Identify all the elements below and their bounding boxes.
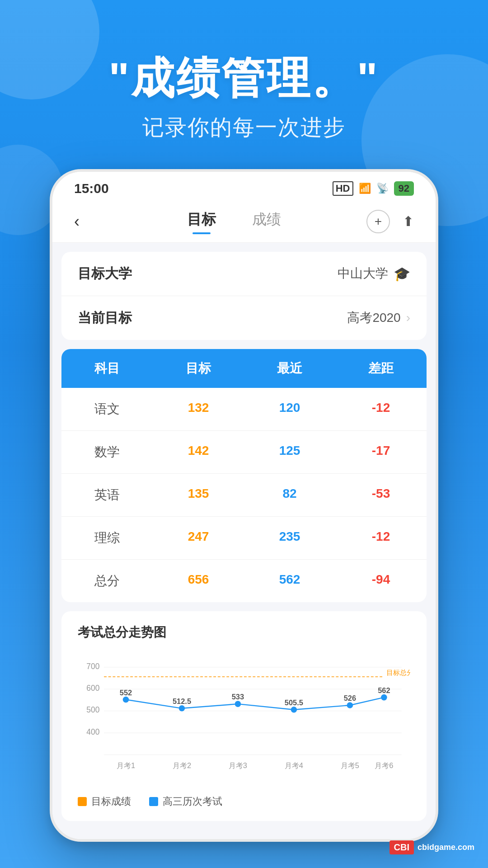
- wifi-icon: 📡: [376, 183, 389, 194]
- phone-mockup: 15:00 HD 📶 📡 92 ‹ 目标 成绩 + ⬆: [50, 169, 438, 842]
- table-row: 语文 132 120 -12: [61, 388, 427, 431]
- status-time: 15:00: [74, 181, 109, 196]
- chart-container: 700 600 500 400 目标总分(656): [78, 652, 410, 788]
- svg-point-15: [347, 702, 353, 708]
- goal-label: 当前目标: [78, 309, 132, 327]
- hero-title: "成绩管理。": [0, 54, 488, 102]
- legend-dot-actual: [149, 797, 158, 806]
- goal-value: 高考2020 ›: [347, 309, 410, 326]
- hero-section: "成绩管理。" 记录你的每一次进步: [0, 0, 488, 169]
- legend-target: 目标成绩: [78, 795, 131, 808]
- cell-target-3: 247: [153, 529, 244, 547]
- status-icons: HD 📶 📡 92: [333, 181, 414, 196]
- svg-text:512.5: 512.5: [173, 697, 191, 705]
- svg-text:500: 500: [86, 705, 99, 714]
- svg-text:552: 552: [120, 688, 132, 696]
- tab-target[interactable]: 目标: [187, 210, 216, 233]
- university-label: 目标大学: [78, 264, 132, 283]
- svg-text:505.5: 505.5: [285, 698, 303, 707]
- score-table: 科目 目标 最近 差距 语文 132 120 -12 数学 142 125 -1…: [61, 349, 427, 602]
- nav-tabs: 目标 成绩: [101, 210, 366, 233]
- battery-indicator: 92: [394, 181, 414, 196]
- chart-svg: 700 600 500 400 目标总分(656): [78, 652, 410, 788]
- cell-diff-0: -12: [335, 401, 427, 418]
- status-bar: 15:00 HD 📶 📡 92: [52, 172, 436, 201]
- phone-container: 15:00 HD 📶 📡 92 ‹ 目标 成绩 + ⬆: [0, 169, 488, 842]
- nav-actions: + ⬆: [366, 210, 414, 233]
- cell-recent-3: 235: [244, 529, 335, 547]
- svg-text:600: 600: [86, 684, 99, 693]
- svg-point-13: [235, 701, 241, 707]
- cell-target-0: 132: [153, 401, 244, 418]
- cell-subject-2: 英语: [61, 486, 153, 504]
- add-button[interactable]: +: [366, 210, 390, 233]
- background-wrapper: "成绩管理。" 记录你的每一次进步 15:00 HD 📶 📡 92 ‹ 目标: [0, 0, 488, 868]
- content-area: 目标大学 中山大学 🎓 当前目标 高考2020 ›: [52, 243, 436, 839]
- svg-text:月考6: 月考6: [375, 761, 393, 769]
- svg-text:目标总分(656): 目标总分(656): [386, 669, 410, 676]
- svg-text:月考2: 月考2: [173, 761, 191, 769]
- hd-badge: HD: [333, 181, 353, 196]
- svg-text:533: 533: [232, 693, 244, 701]
- info-row-university: 目标大学 中山大学 🎓: [61, 252, 427, 296]
- col-header-subject: 科目: [61, 360, 153, 377]
- cell-target-2: 135: [153, 486, 244, 504]
- cell-recent-1: 125: [244, 443, 335, 461]
- cell-subject-4: 总分: [61, 572, 153, 590]
- share-button[interactable]: ⬆: [403, 213, 414, 229]
- goal-name: 高考2020: [347, 309, 400, 326]
- table-row: 英语 135 82 -53: [61, 474, 427, 517]
- svg-point-11: [123, 696, 129, 703]
- col-header-target: 目标: [153, 360, 244, 377]
- university-value: 中山大学 🎓: [338, 265, 410, 282]
- table-header: 科目 目标 最近 差距: [61, 349, 427, 388]
- cell-subject-1: 数学: [61, 443, 153, 461]
- chevron-right-icon: ›: [406, 311, 410, 325]
- cell-diff-3: -12: [335, 529, 427, 547]
- cell-diff-4: -94: [335, 572, 427, 590]
- svg-text:400: 400: [86, 727, 99, 736]
- svg-point-12: [179, 705, 185, 712]
- legend-actual-label: 高三历次考试: [163, 795, 222, 808]
- svg-text:562: 562: [378, 686, 390, 694]
- hero-subtitle: 记录你的每一次进步: [0, 113, 488, 142]
- university-name: 中山大学: [338, 265, 388, 282]
- table-row: 理综 247 235 -12: [61, 517, 427, 560]
- col-header-recent: 最近: [244, 360, 335, 377]
- info-row-goal[interactable]: 当前目标 高考2020 ›: [61, 296, 427, 340]
- svg-point-14: [291, 707, 297, 713]
- cell-recent-4: 562: [244, 572, 335, 590]
- chart-legend: 目标成绩 高三历次考试: [78, 795, 410, 808]
- cell-recent-2: 82: [244, 486, 335, 504]
- col-header-diff: 差距: [335, 360, 427, 377]
- graduation-icon: 🎓: [394, 266, 410, 282]
- svg-text:526: 526: [344, 694, 356, 702]
- svg-point-16: [381, 694, 387, 700]
- tab-score[interactable]: 成绩: [252, 210, 281, 233]
- watermark-logo: CBI: [389, 840, 414, 854]
- cell-recent-0: 120: [244, 401, 335, 418]
- svg-text:月考3: 月考3: [229, 761, 247, 769]
- chart-card: 考试总分走势图 700 600 500: [61, 611, 427, 821]
- nav-bar: ‹ 目标 成绩 + ⬆: [52, 201, 436, 243]
- watermark: CBI cbidgame.com: [389, 840, 475, 854]
- chart-title: 考试总分走势图: [78, 624, 410, 641]
- watermark-text: cbidgame.com: [418, 843, 474, 852]
- cell-target-4: 656: [153, 572, 244, 590]
- legend-target-label: 目标成绩: [91, 795, 131, 808]
- info-card: 目标大学 中山大学 🎓 当前目标 高考2020 ›: [61, 252, 427, 340]
- svg-text:700: 700: [86, 661, 99, 670]
- legend-actual: 高三历次考试: [149, 795, 222, 808]
- svg-text:月考5: 月考5: [341, 761, 359, 769]
- cell-diff-2: -53: [335, 486, 427, 504]
- table-row: 数学 142 125 -17: [61, 431, 427, 474]
- cell-diff-1: -17: [335, 443, 427, 461]
- signal-icon: 📶: [359, 183, 371, 194]
- back-button[interactable]: ‹: [74, 212, 101, 231]
- table-body: 语文 132 120 -12 数学 142 125 -17 英语 135 82 …: [61, 388, 427, 602]
- cell-subject-0: 语文: [61, 401, 153, 418]
- legend-dot-target: [78, 797, 87, 806]
- cell-target-1: 142: [153, 443, 244, 461]
- cell-subject-3: 理综: [61, 529, 153, 547]
- svg-text:月考4: 月考4: [285, 761, 303, 769]
